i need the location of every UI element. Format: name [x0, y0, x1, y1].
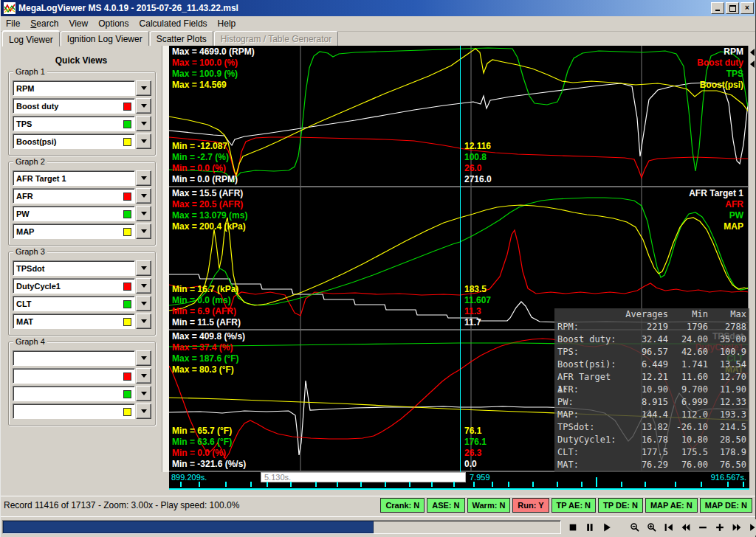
timeline-tick — [492, 482, 493, 487]
dropdown-button[interactable] — [136, 170, 151, 186]
maximize-button[interactable] — [726, 2, 739, 14]
chart-label: Max = 13.079 (ms) — [172, 210, 247, 221]
series-color-swatch — [123, 408, 131, 416]
dropdown-button[interactable] — [136, 260, 151, 276]
dropdown-button[interactable] — [136, 80, 151, 96]
tab-log-viewer[interactable]: Log Viewer — [2, 31, 60, 46]
close-button[interactable]: × — [740, 2, 754, 14]
playback-cursor-line[interactable] — [460, 46, 461, 472]
menu-view[interactable]: View — [63, 17, 93, 30]
minimize-button[interactable] — [711, 2, 724, 14]
stat-max: 12.70 — [708, 371, 746, 384]
dropdown-button[interactable] — [136, 313, 151, 329]
channel-value[interactable]: CLT — [13, 296, 135, 311]
dropdown-button[interactable] — [136, 403, 151, 419]
playback-progress-track[interactable] — [2, 520, 561, 534]
playback-progress-fill — [3, 521, 374, 533]
stats-row-boost-duty: Boost duty:32.4424.0035.00 — [554, 333, 749, 346]
record-status-text: Record 11416 of 17137 - Zoom: 3.00x - Pl… — [4, 500, 239, 510]
channel-value[interactable]: MAT — [13, 313, 135, 329]
dropdown-button[interactable] — [136, 350, 151, 366]
timeline-tick — [409, 482, 410, 487]
skip-end-button[interactable] — [746, 519, 756, 536]
plus-button[interactable] — [712, 519, 728, 536]
menu-options[interactable]: Options — [93, 17, 134, 30]
menu-file[interactable]: File — [1, 17, 25, 30]
dropdown-button[interactable] — [136, 386, 151, 401]
dropdown-button[interactable] — [136, 296, 151, 311]
zoom-in-icon — [647, 522, 657, 533]
window-title: MegaLogViewer MS 4.0.19 - 2015-07-26_11.… — [18, 3, 709, 13]
chart-label: 11.607 — [464, 295, 491, 306]
channel-value[interactable] — [13, 403, 135, 419]
dropdown-button[interactable] — [136, 98, 151, 114]
skip-start-button[interactable] — [661, 519, 677, 536]
play-button[interactable] — [599, 519, 615, 536]
chart-label: Min = -12.087 — [172, 141, 238, 152]
menu-calculated-fields[interactable]: Calculated Fields — [134, 17, 213, 30]
chevron-down-icon — [141, 302, 147, 305]
stat-name: MAT: — [557, 459, 625, 471]
graph-1[interactable]: Max = 4699.0 (RPM)Max = 100.0 (%)Max = 1… — [169, 46, 749, 187]
channel-value[interactable]: RPM — [13, 80, 135, 96]
stat-average: 12.21 — [625, 371, 668, 384]
stat-name: MAP: — [557, 409, 625, 421]
channel-value[interactable]: MAP — [13, 224, 135, 239]
stat-name: AFR: — [557, 384, 625, 396]
skip-start-icon — [664, 522, 674, 533]
dropdown-button[interactable] — [136, 134, 151, 149]
channel-value[interactable] — [13, 368, 135, 384]
dropdown-button[interactable] — [136, 116, 151, 131]
stats-row-afr-target-1: AFR Target 1:12.2111.6012.70 — [554, 371, 749, 384]
chart-label: 26.0 — [464, 163, 492, 174]
zoom-in-button[interactable] — [644, 519, 660, 536]
timeline-thumb[interactable]: 5.130s. — [261, 472, 466, 482]
dropdown-button[interactable] — [136, 206, 151, 221]
sidebar-scrollbar[interactable] — [162, 46, 169, 472]
chevron-down-icon — [141, 409, 147, 413]
stop-button[interactable] — [565, 519, 581, 536]
stat-name: DutyCycle1: — [557, 434, 625, 446]
timeline-tick — [199, 482, 200, 487]
stats-header-averages: Averages — [625, 308, 668, 321]
chart-label: Max = 409.8 (%/s) — [172, 331, 245, 342]
channel-value[interactable]: AFR — [13, 188, 135, 204]
timeline-tick — [743, 482, 744, 487]
chart-area[interactable]: Max = 4699.0 (RPM)Max = 100.0 (%)Max = 1… — [169, 46, 749, 472]
channel-value[interactable]: DutyCycle1 — [13, 278, 135, 294]
chart-label: Min = 0.0 (%) — [172, 448, 246, 459]
timeline-scrollbar[interactable]: 899.209s. 5.130s. 7.959 916.567s. — [169, 472, 749, 490]
dropdown-button[interactable] — [136, 188, 151, 204]
timeline-tick — [645, 482, 646, 487]
stats-row-tpsdot: TPSdot:13.82-26.10214.5 — [554, 421, 749, 434]
dropdown-button[interactable] — [136, 368, 151, 384]
stat-name: TPS: — [557, 346, 625, 358]
rewind-button[interactable] — [678, 519, 694, 536]
stat-average: 76.29 — [625, 459, 668, 471]
channel-value[interactable]: Boost duty — [13, 98, 135, 114]
channel-value[interactable]: PW — [13, 206, 135, 221]
stat-average: 6.449 — [625, 358, 668, 371]
tab-ignition-log-viewer[interactable]: Ignition Log Viewer — [61, 31, 149, 46]
chart-label: Max = 100.0 (%) — [172, 58, 255, 69]
chevron-down-icon — [141, 392, 147, 395]
channel-value[interactable] — [13, 386, 135, 401]
channel-value[interactable]: AFR Target 1 — [13, 170, 135, 186]
menu-search[interactable]: Search — [25, 17, 63, 30]
dropdown-button[interactable] — [136, 278, 151, 294]
tab-scatter-plots[interactable]: Scatter Plots — [150, 31, 213, 46]
fast-forward-button[interactable] — [729, 519, 745, 536]
pause-button[interactable] — [582, 519, 598, 536]
plus-icon — [715, 522, 725, 533]
channel-value[interactable]: TPSdot — [13, 260, 135, 276]
channel-value[interactable]: TPS — [13, 116, 135, 131]
chart-label: Max = 37.4 (%) — [172, 342, 245, 353]
channel-value[interactable]: Boost(psi) — [13, 134, 135, 149]
stat-name: PW: — [557, 396, 625, 409]
dropdown-button[interactable] — [136, 224, 151, 239]
minus-button[interactable] — [695, 519, 711, 536]
menu-help[interactable]: Help — [213, 17, 241, 30]
chart-label: Min = -321.6 (%/s) — [172, 459, 246, 470]
zoom-out-button[interactable] — [627, 519, 643, 536]
channel-value[interactable] — [13, 350, 135, 366]
